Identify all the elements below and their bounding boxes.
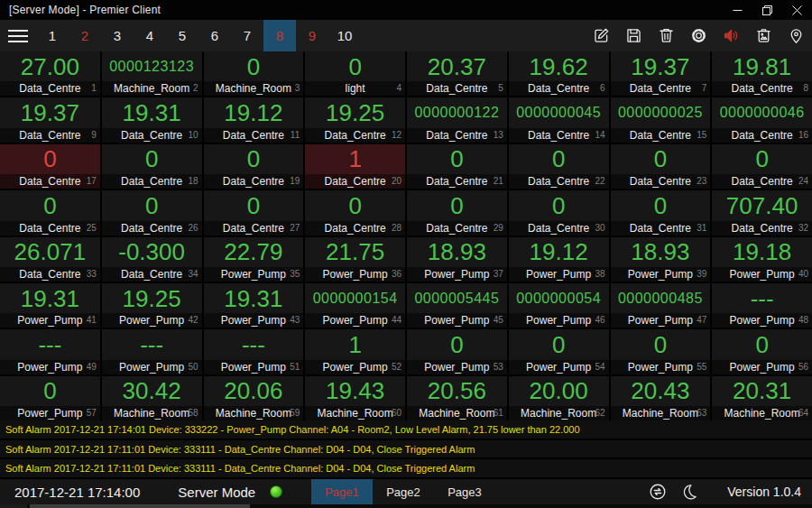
grid-cell-41[interactable]: 19.31Power_Pump41 [0, 283, 100, 328]
toolbar-page-4[interactable]: 4 [134, 20, 166, 51]
grid-cell-48[interactable]: ---Power_Pump48 [712, 283, 812, 328]
grid-cell-16[interactable]: 0000000046Data_Centre16 [712, 97, 812, 142]
grid-cell-60[interactable]: 19.43Machine_Room60 [305, 376, 405, 420]
grid-cell-55[interactable]: 0Power_Pump55 [611, 329, 711, 374]
toolbar-page-6[interactable]: 6 [198, 20, 231, 51]
cell-label-row: Machine_Room63 [611, 406, 711, 420]
tab-page3[interactable]: Page3 [434, 479, 495, 504]
grid-cell-21[interactable]: 0Data_Centre21 [407, 144, 507, 189]
grid-cell-59[interactable]: 20.06Machine_Room59 [204, 376, 304, 420]
alarm-message[interactable]: Soft Alarm 2017-12-21 17:14:01 Device: 3… [0, 420, 812, 440]
grid-cell-17[interactable]: 0Data_Centre17 [0, 144, 100, 189]
grid-cell-64[interactable]: 20.31Machine_Room64 [712, 376, 812, 420]
grid-cell-24[interactable]: 0Data_Centre24 [712, 144, 812, 189]
location-icon[interactable] [780, 20, 812, 51]
grid-cell-36[interactable]: 21.75Power_Pump36 [305, 237, 405, 282]
grid-cell-31[interactable]: 0Data_Centre31 [611, 190, 711, 235]
restore-icon[interactable] [752, 0, 782, 20]
toolbar-page-3[interactable]: 3 [101, 20, 134, 51]
grid-cell-53[interactable]: 0Power_Pump53 [407, 329, 507, 374]
grid-cell-13[interactable]: 0000000122Data_Centre13 [407, 97, 507, 142]
grid-cell-25[interactable]: 0Data_Centre25 [0, 190, 100, 235]
cell-label: Power_Pump [730, 313, 795, 328]
alarm-message[interactable]: Soft Alarm 2017-12-21 17:11:01 Device: 3… [0, 440, 812, 460]
grid-cell-37[interactable]: 18.93Power_Pump37 [407, 237, 507, 282]
grid-cell-12[interactable]: 19.25Data_Centre12 [305, 97, 405, 142]
toolbar-page-2[interactable]: 2 [69, 20, 101, 51]
grid-cell-14[interactable]: 0000000045Data_Centre14 [509, 97, 609, 142]
edit-icon[interactable] [585, 20, 617, 51]
grid-cell-5[interactable]: 20.37Data_Centre5 [407, 51, 507, 96]
grid-cell-15[interactable]: 0000000025Data_Centre15 [611, 97, 711, 142]
toolbar-page-1[interactable]: 1 [36, 20, 69, 51]
grid-cell-20[interactable]: 1Data_Centre20 [305, 144, 405, 189]
grid-cell-43[interactable]: 19.31Power_Pump43 [204, 283, 304, 328]
tab-page2[interactable]: Page2 [373, 479, 434, 504]
grid-cell-50[interactable]: ---Power_Pump50 [102, 329, 202, 374]
grid-cell-39[interactable]: 18.93Power_Pump39 [611, 237, 711, 282]
toolbar-page-10[interactable]: 10 [328, 20, 361, 51]
grid-cell-61[interactable]: 20.56Machine_Room61 [407, 376, 507, 420]
audio-icon[interactable] [715, 20, 747, 51]
menu-icon[interactable] [0, 20, 36, 51]
grid-cell-1[interactable]: 27.00Data_Centre1 [0, 51, 100, 96]
grid-cell-57[interactable]: 0Power_Pump57 [0, 376, 100, 420]
settings-icon[interactable] [682, 20, 715, 51]
minimize-icon[interactable] [723, 0, 752, 20]
grid-cell-35[interactable]: 22.79Power_Pump35 [204, 237, 304, 282]
grid-cell-38[interactable]: 19.12Power_Pump38 [509, 237, 609, 282]
grid-cell-28[interactable]: 0Data_Centre28 [305, 190, 405, 235]
toolbar-page-8[interactable]: 8 [263, 20, 296, 51]
grid-cell-47[interactable]: 0000000485Power_Pump47 [611, 283, 711, 328]
cell-value: 0000000054 [509, 283, 609, 313]
cell-label-row: Power_Pump36 [305, 267, 405, 282]
cell-label-row: Data_Centre16 [712, 128, 812, 143]
grid-cell-33[interactable]: 26.071Data_Centre33 [0, 237, 100, 282]
grid-cell-9[interactable]: 19.37Data_Centre9 [0, 97, 100, 142]
sync-icon[interactable] [648, 482, 668, 502]
grid-cell-10[interactable]: 19.31Data_Centre10 [102, 97, 202, 142]
grid-cell-8[interactable]: 19.81Data_Centre8 [712, 51, 812, 96]
grid-cell-6[interactable]: 19.62Data_Centre6 [509, 51, 609, 96]
save-icon[interactable] [617, 20, 650, 51]
grid-cell-2[interactable]: 0000123123Machine_Room2 [102, 51, 202, 96]
moon-icon[interactable] [680, 483, 698, 501]
grid-cell-44[interactable]: 0000000154Power_Pump44 [305, 283, 405, 328]
grid-cell-51[interactable]: ---Power_Pump51 [204, 329, 304, 374]
grid-cell-26[interactable]: 0Data_Centre26 [102, 190, 202, 235]
grid-cell-3[interactable]: 0Machine_Room3 [204, 51, 304, 96]
grid-cell-42[interactable]: 19.25Power_Pump42 [102, 283, 202, 328]
grid-cell-7[interactable]: 19.37Data_Centre7 [611, 51, 711, 96]
grid-cell-62[interactable]: 20.00Machine_Room62 [509, 376, 609, 420]
alarm-message[interactable]: Soft Alarm 2017-12-21 17:11:01 Device: 3… [0, 459, 812, 479]
toolbar-page-5[interactable]: 5 [166, 20, 198, 51]
delete-icon[interactable] [650, 20, 682, 51]
grid-cell-63[interactable]: 20.43Machine_Room63 [611, 376, 711, 420]
grid-cell-49[interactable]: ---Power_Pump49 [0, 329, 100, 374]
grid-cell-46[interactable]: 0000000054Power_Pump46 [509, 283, 609, 328]
grid-cell-56[interactable]: 0Power_Pump56 [712, 329, 812, 374]
grid-cell-29[interactable]: 0Data_Centre29 [407, 190, 507, 235]
scrollbar-thumb[interactable] [30, 504, 250, 508]
toolbar-page-7[interactable]: 7 [231, 20, 263, 51]
grid-cell-11[interactable]: 19.12Data_Centre11 [204, 97, 304, 142]
grid-cell-27[interactable]: 0Data_Centre27 [204, 190, 304, 235]
horizontal-scrollbar[interactable] [0, 504, 812, 508]
grid-cell-23[interactable]: 0Data_Centre23 [611, 144, 711, 189]
grid-cell-34[interactable]: -0.300Data_Centre34 [102, 237, 202, 282]
grid-cell-58[interactable]: 30.42Machine_Room58 [102, 376, 202, 420]
grid-cell-4[interactable]: 0light4 [305, 51, 405, 96]
grid-cell-40[interactable]: 19.18Power_Pump40 [712, 237, 812, 282]
tab-page1[interactable]: Page1 [311, 479, 373, 504]
grid-cell-52[interactable]: 1Power_Pump52 [305, 329, 405, 374]
grid-cell-54[interactable]: 0Power_Pump54 [509, 329, 609, 374]
grid-cell-19[interactable]: 0Data_Centre19 [204, 144, 304, 189]
grid-cell-30[interactable]: 0Data_Centre30 [509, 190, 609, 235]
grid-cell-45[interactable]: 0000005445Power_Pump45 [407, 283, 507, 328]
grid-cell-32[interactable]: 707.40Data_Centre32 [712, 190, 812, 235]
grid-cell-22[interactable]: 0Data_Centre22 [509, 144, 609, 189]
close-icon[interactable] [782, 0, 812, 20]
toolbar-page-9[interactable]: 9 [296, 20, 328, 51]
snapshot-icon[interactable] [747, 20, 780, 51]
grid-cell-18[interactable]: 0Data_Centre18 [102, 144, 202, 189]
